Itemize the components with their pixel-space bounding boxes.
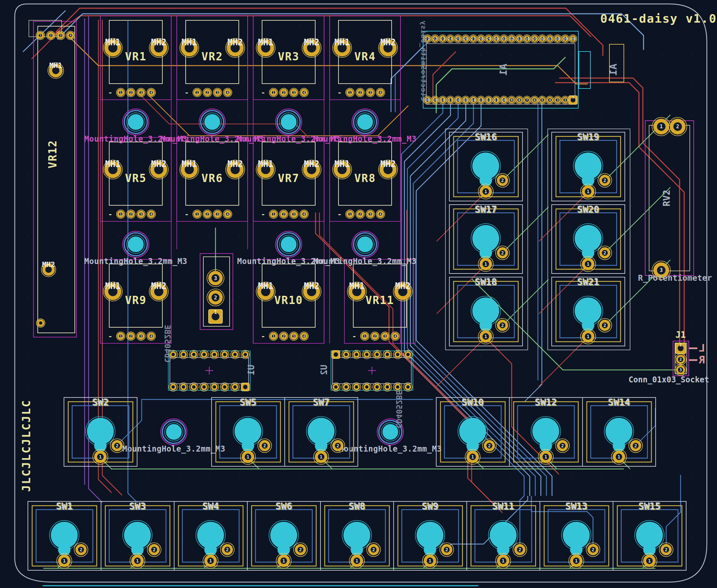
pad[interactable]: 4: [224, 88, 232, 97]
pad[interactable]: 11: [492, 96, 500, 104]
switch-sw10[interactable]: SW10SW1012: [436, 397, 509, 466]
pad[interactable]: [220, 350, 229, 359]
pad[interactable]: [169, 383, 177, 391]
switch-sw15[interactable]: SW15SW1512: [613, 501, 686, 570]
pad[interactable]: 2: [367, 543, 380, 556]
pad[interactable]: 1: [314, 449, 329, 464]
pad[interactable]: 1: [478, 184, 493, 199]
pad-square[interactable]: 1: [209, 309, 223, 323]
pad[interactable]: 15: [462, 96, 470, 104]
pad[interactable]: 1: [652, 118, 670, 136]
pad[interactable]: [241, 350, 250, 359]
pad[interactable]: 1: [276, 553, 291, 568]
pad[interactable]: 2: [440, 543, 454, 556]
pad[interactable]: 31: [500, 35, 508, 43]
pad[interactable]: [404, 350, 412, 359]
pad[interactable]: 2: [629, 439, 642, 453]
pad[interactable]: 30: [492, 35, 500, 43]
pad[interactable]: 1: [642, 553, 657, 568]
pad[interactable]: 4: [147, 88, 155, 97]
pad[interactable]: 3: [57, 31, 65, 40]
pad[interactable]: 28: [477, 35, 485, 43]
pad[interactable]: 1: [538, 449, 553, 464]
pad[interactable]: 39: [561, 35, 569, 43]
pad[interactable]: [352, 383, 361, 391]
pad[interactable]: 1: [478, 329, 493, 344]
switch-sw17[interactable]: SW17SW1712: [449, 204, 523, 273]
switch-sw7[interactable]: SW7SW712: [285, 397, 358, 466]
pad[interactable]: 2: [147, 543, 161, 556]
pad[interactable]: 1: [581, 256, 596, 272]
footprint-a1-socket[interactable]: 2120221923182417251626152714281329123011…: [420, 20, 624, 108]
pad-square[interactable]: 1: [569, 95, 577, 104]
pad[interactable]: 4: [300, 210, 308, 218]
footprint-rv2[interactable]: 123RV2R_Potentiometer: [638, 118, 712, 283]
pad[interactable]: 2: [561, 96, 569, 104]
pad[interactable]: 1: [346, 210, 354, 218]
pad[interactable]: 2: [279, 332, 288, 340]
pad[interactable]: 1: [349, 553, 364, 568]
pad[interactable]: [200, 350, 208, 359]
pad[interactable]: 23: [439, 35, 447, 43]
pad[interactable]: [36, 319, 45, 327]
pad[interactable]: 4: [300, 332, 308, 340]
pad[interactable]: 1: [36, 31, 45, 40]
pad[interactable]: 2: [356, 88, 364, 97]
pad[interactable]: 2: [127, 332, 135, 340]
pad[interactable]: 1: [581, 184, 596, 199]
pad[interactable]: [231, 383, 239, 391]
pad-square[interactable]: [332, 351, 340, 358]
pad[interactable]: [373, 383, 381, 391]
pad[interactable]: [210, 383, 219, 391]
pad[interactable]: 1: [193, 210, 202, 218]
footprint-jack-3pin[interactable]: 321: [200, 253, 233, 330]
pad[interactable]: 2: [356, 210, 364, 218]
footprint-vr4[interactable]: MH1MH2VR4-1234: [330, 16, 400, 100]
pad[interactable]: 3: [366, 210, 375, 218]
pad-square[interactable]: 1: [675, 342, 686, 354]
pad[interactable]: 1: [269, 332, 278, 340]
footprint-vr2[interactable]: MH1MH2VR2-1234: [177, 16, 248, 100]
switch-sw1[interactable]: SW1SW112: [28, 501, 101, 570]
pad[interactable]: 3: [137, 88, 145, 97]
pad[interactable]: 2: [127, 210, 135, 218]
pad[interactable]: 3: [366, 88, 375, 97]
pad[interactable]: 2: [659, 543, 673, 556]
pad[interactable]: 2: [513, 543, 527, 556]
pad[interactable]: 1: [465, 449, 480, 464]
pad[interactable]: [210, 350, 219, 359]
pad[interactable]: [383, 383, 392, 391]
mounting-hole[interactable]: MountingHole_3.2mm_M3: [84, 231, 187, 266]
pad[interactable]: 4: [391, 332, 400, 340]
pad[interactable]: 4: [224, 210, 232, 218]
pad[interactable]: 9: [508, 96, 515, 104]
pad[interactable]: 2: [495, 173, 509, 187]
pad[interactable]: 1: [611, 449, 627, 464]
switch-sw14[interactable]: SW14SW1412: [583, 397, 656, 466]
footprint-j1[interactable]: J1123LRConn_01x03_Socket: [629, 330, 709, 384]
pad[interactable]: [332, 383, 340, 391]
pad[interactable]: 2: [675, 354, 686, 365]
pad[interactable]: 1: [117, 88, 125, 97]
pad[interactable]: 2: [331, 439, 345, 453]
pad[interactable]: 1: [478, 256, 493, 272]
pad[interactable]: 27: [469, 35, 477, 43]
footprint-vr8[interactable]: MH1MH2VR8-1234: [330, 138, 400, 222]
pad[interactable]: 2: [220, 543, 234, 556]
switch-sw21[interactable]: SW21SW2112: [552, 276, 625, 346]
footprint-vr3[interactable]: MH1MH2VR3-1234: [253, 16, 324, 100]
pad[interactable]: 1: [269, 88, 278, 97]
pad[interactable]: 2: [207, 289, 224, 306]
pad[interactable]: 3: [290, 210, 298, 218]
pad[interactable]: [190, 350, 198, 359]
pad[interactable]: 25: [454, 35, 462, 43]
pad[interactable]: 2: [495, 246, 509, 260]
pad[interactable]: [179, 350, 188, 359]
pad[interactable]: 1: [130, 553, 145, 568]
pad[interactable]: [362, 350, 371, 359]
pad[interactable]: 3: [207, 270, 224, 287]
pad[interactable]: 2: [294, 543, 307, 556]
pad[interactable]: 3: [213, 88, 222, 97]
pad[interactable]: 32: [508, 35, 515, 43]
pad[interactable]: 8: [515, 96, 523, 104]
